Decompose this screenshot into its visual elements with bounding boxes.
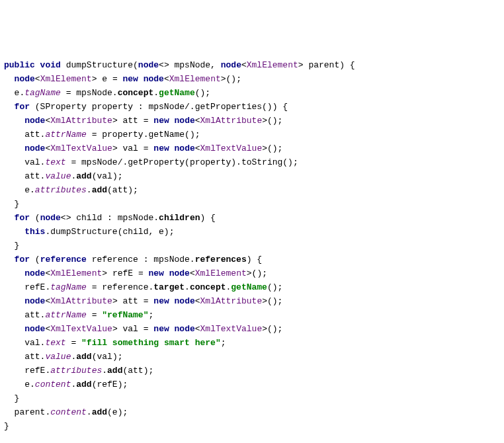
new-node: new node (153, 296, 194, 306)
member: add (76, 352, 91, 362)
param: mpsNode, (175, 60, 216, 70)
type-keyword: node (138, 60, 159, 70)
type-name: XmlElement (40, 74, 92, 84)
member: add (76, 171, 91, 181)
type-name: XmlTextValue (200, 143, 263, 153)
for-keyword: for (15, 255, 30, 264)
field: text (45, 157, 65, 167)
code-line: refE.attributes.add(att); (4, 366, 153, 376)
field: tagName (50, 282, 87, 292)
type-name: XmlElement (169, 74, 221, 84)
type-keyword: node (24, 296, 45, 306)
field: attributes (35, 185, 87, 195)
code-line: e.tagName = mpsNode.concept.getName(); (4, 88, 210, 98)
code-line: att.value.add(val); (4, 352, 122, 362)
field: text (45, 338, 65, 348)
code-line: for (node<> child : mpsNode.children) { (4, 213, 216, 223)
bracket: < (241, 60, 247, 70)
brace: } (15, 199, 20, 209)
param: parent) { (308, 60, 355, 70)
code-line: for (SProperty property : mpsNode/.getPr… (4, 102, 288, 112)
new-node: new node (153, 324, 194, 334)
getname: getName (231, 282, 267, 292)
field: attributes (50, 366, 102, 376)
string-literal: "refName" (102, 310, 148, 320)
field: attrName (45, 130, 86, 140)
code-line: att.attrName = "refName"; (4, 310, 153, 320)
type-keyword: node (24, 324, 45, 334)
type-keyword: node (40, 213, 61, 223)
code-line: val.text = "fill something smart here"; (4, 338, 226, 348)
type-keyword: node (221, 60, 241, 70)
code-line: node<XmlElement> e = new node<XmlElement… (4, 74, 241, 84)
var-decl: e = (102, 74, 117, 84)
code-line: node<XmlTextValue> val = new node<XmlTex… (4, 324, 282, 334)
member: target (153, 282, 185, 292)
reference-keyword: reference (40, 255, 87, 264)
new-node: new node (153, 143, 194, 153)
bracket: > (298, 60, 304, 70)
type-name: XmlAttribute (50, 116, 112, 126)
code-line: node<XmlAttribute> att = new node<XmlAtt… (4, 116, 282, 126)
code-line: } (4, 199, 19, 209)
type-keyword: node (24, 268, 45, 278)
generic-empty: <> (159, 60, 169, 70)
member: references (195, 255, 247, 264)
code-line: e.content.add(refE); (4, 380, 128, 389)
code-line: node<XmlAttribute> att = new node<XmlAtt… (4, 296, 282, 306)
field: content (50, 407, 87, 417)
brace: } (15, 393, 20, 403)
code-block: public void dumpStructure(node<> mpsNode… (4, 58, 500, 433)
field: content (35, 380, 71, 389)
string-literal: "fill something smart here" (81, 338, 221, 348)
expr: = mpsNode. (61, 88, 118, 98)
type-name: XmlTextValue (50, 324, 112, 334)
field: attrName (45, 310, 86, 320)
code-line: public void dumpStructure(node<> mpsNode… (4, 60, 355, 70)
type-name: XmlElement (50, 268, 102, 278)
type-keyword: node (24, 143, 45, 153)
code-line: this.dumpStructure(child, e); (4, 227, 174, 237)
code-line: refE.tagName = reference.target.concept.… (4, 282, 282, 292)
code-line: parent.content.add(e); (4, 407, 128, 417)
field: value (45, 352, 71, 362)
member: children (159, 213, 200, 223)
member: add (76, 380, 91, 389)
type-keyword: node (24, 116, 45, 126)
brace: } (4, 421, 9, 431)
code-line: val.text = mpsNode/.getProperty(property… (4, 157, 298, 167)
member: concept (190, 282, 226, 292)
type-name: XmlAttribute (200, 116, 263, 126)
code-line: } (4, 241, 19, 251)
code-line: att.attrName = property.getName(); (4, 130, 200, 140)
for-head: (SProperty property : mpsNode/.getProper… (30, 102, 288, 112)
member: add (92, 185, 107, 195)
getname: getName (159, 88, 195, 98)
code-line: node<XmlTextValue> val = new node<XmlTex… (4, 143, 282, 153)
type-name: XmlTextValue (200, 324, 263, 334)
new-node: new node (123, 74, 164, 84)
type-keyword: node (15, 74, 35, 84)
var-decl: att = (123, 116, 149, 126)
field: tagName (24, 88, 61, 98)
this-keyword: this (24, 227, 45, 237)
code-line: for (reference reference : mpsNode.refer… (4, 255, 262, 264)
type-name: XmlAttribute (50, 296, 112, 306)
member: add (107, 366, 122, 376)
parens: (); (226, 74, 241, 84)
expr: e. (15, 88, 25, 98)
type-name: XmlElement (247, 60, 298, 70)
field: value (45, 171, 71, 181)
code-line: att.value.add(val); (4, 171, 122, 181)
type-name: XmlAttribute (200, 296, 263, 306)
code-line: } (4, 421, 9, 431)
new-node: new node (149, 268, 190, 278)
for-keyword: for (15, 102, 30, 112)
keyword: public void (4, 60, 61, 70)
new-node: new node (153, 116, 194, 126)
brace: } (15, 241, 20, 251)
member: concept (118, 88, 154, 98)
code-line: node<XmlElement> refE = new node<XmlElem… (4, 268, 267, 278)
type-name: XmlElement (195, 268, 247, 278)
for-keyword: for (15, 213, 30, 223)
